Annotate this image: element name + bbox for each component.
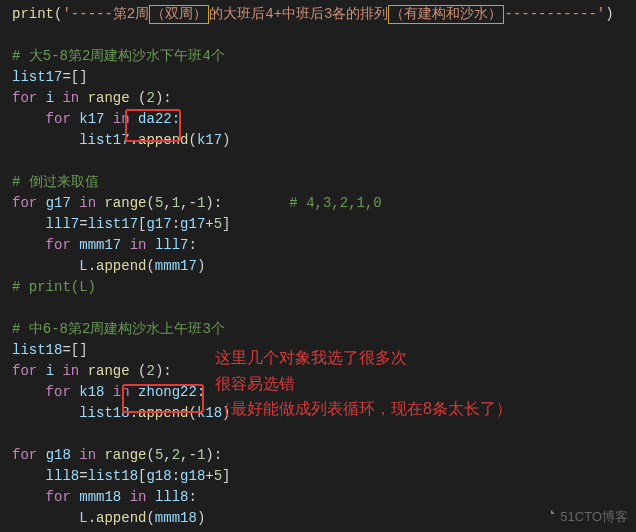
- code-line: for i in range (2):: [12, 88, 624, 109]
- code-line: for mmm18 in lll8:: [12, 487, 624, 508]
- watermark: 51CTO博客: [541, 507, 628, 527]
- comment: # 大5-8第2周建构沙水下午班4个: [12, 46, 624, 67]
- code-line: list17=[]: [12, 67, 624, 88]
- highlight-box-2: （有建构和沙水）: [388, 5, 504, 24]
- code-line: lll8=list18[g18:g18+5]: [12, 466, 624, 487]
- blog-icon: [541, 508, 557, 524]
- code-line: print('-----第2周（双周）的大班后4+中班后3各的排列（有建构和沙水…: [12, 4, 624, 25]
- code-line: for i in range (2):: [12, 361, 624, 382]
- code-line: lll7=list17[g17:g17+5]: [12, 214, 624, 235]
- code-line: for k18 in zhong22:: [12, 382, 624, 403]
- comment: # 倒过来取值: [12, 172, 624, 193]
- code-line: for g18 in range(5,2,-1):: [12, 445, 624, 466]
- code-line: list17.append(k17): [12, 130, 624, 151]
- comment: # print(L): [12, 277, 624, 298]
- code-line: for g17 in range(5,1,-1): # 4,3,2,1,0: [12, 193, 624, 214]
- code-line: L.append(mmm17): [12, 256, 624, 277]
- code-editor[interactable]: print('-----第2周（双周）的大班后4+中班后3各的排列（有建构和沙水…: [0, 0, 636, 532]
- code-line: list18.append(k18): [12, 403, 624, 424]
- code-line: for k17 in da22:: [12, 109, 624, 130]
- code-line: list18=[]: [12, 340, 624, 361]
- highlight-box-1: （双周）: [149, 5, 209, 24]
- comment: # 中6-8第2周建构沙水上午班3个: [12, 319, 624, 340]
- code-line: for mmm17 in lll7:: [12, 235, 624, 256]
- code-line: L.append(mmm18): [12, 508, 624, 529]
